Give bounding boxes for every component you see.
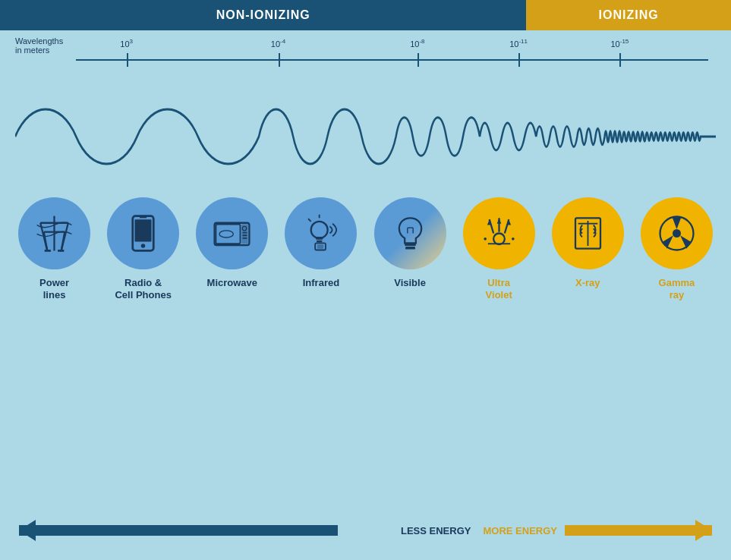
icon-circle-radio-cell: [107, 197, 179, 269]
tick-label-4: 10-11: [509, 38, 528, 49]
infrared-icon: [300, 212, 342, 254]
xray-label: X-ray: [575, 277, 600, 289]
icon-circle-power-lines: [18, 197, 90, 269]
tick-5: [619, 53, 621, 67]
infrared-label: Infrared: [303, 277, 339, 289]
less-energy-arrow: [19, 520, 338, 541]
non-ionizing-band: NON-IONIZING: [0, 0, 526, 30]
svg-rect-10: [135, 219, 152, 241]
ultraviolet-label: UltraViolet: [486, 277, 512, 300]
svg-point-20: [219, 231, 233, 238]
non-ionizing-label: NON-IONIZING: [216, 8, 310, 22]
visible-light-icon: [389, 212, 431, 254]
icon-item-visible: Visible: [371, 197, 449, 289]
svg-rect-19: [243, 238, 247, 239]
tick-1: [127, 53, 128, 67]
xray-icon: [567, 212, 609, 254]
icon-item-gamma: Gammaray: [638, 197, 716, 300]
microwave-label: Microwave: [207, 277, 257, 289]
less-energy-label: LESS ENERGY: [401, 525, 471, 536]
icon-circle-ultraviolet: [463, 197, 535, 269]
svg-rect-23: [317, 241, 322, 243]
tick-label-3: 10-8: [410, 38, 424, 49]
wavelength-scale: Wavelengths in meters 103 10-4 10-8 10-1…: [15, 30, 716, 91]
ultraviolet-icon: [478, 212, 520, 254]
icon-circle-microwave: [196, 197, 268, 269]
svg-rect-18: [243, 234, 247, 236]
svg-line-27: [308, 219, 311, 222]
icon-circle-xray: [552, 197, 624, 269]
ionizing-band: IONIZING: [526, 0, 731, 30]
tick-label-5: 10-15: [610, 38, 629, 49]
svg-point-40: [484, 238, 487, 241]
more-energy-label: MORE ENERGY: [483, 525, 557, 536]
tick-label-1: 103: [120, 38, 133, 49]
energy-arrows: LESS ENERGY MORE ENERGY: [0, 520, 731, 541]
svg-rect-25: [317, 244, 323, 249]
scale-line: [76, 59, 708, 61]
ionizing-label: IONIZING: [599, 8, 659, 22]
header-bar: NON-IONIZING IONIZING: [0, 0, 731, 30]
svg-point-11: [141, 244, 146, 248]
power-lines-label: Powerlines: [39, 277, 69, 300]
icon-item-radio-cell: Radio &Cell Phones: [104, 197, 182, 300]
power-lines-icon: [33, 212, 75, 254]
gamma-label: Gammaray: [659, 277, 695, 300]
visible-label: Visible: [394, 277, 426, 289]
svg-rect-17: [243, 232, 247, 234]
icon-item-infrared: Infrared: [282, 197, 360, 289]
tick-2: [279, 53, 280, 67]
svg-marker-37: [496, 218, 501, 223]
svg-point-21: [311, 222, 328, 238]
wave-svg: [15, 91, 716, 182]
microwave-icon: [211, 212, 253, 254]
wavelength-label: Wavelengths in meters: [15, 36, 63, 55]
tick-4: [518, 53, 520, 67]
gamma-icon: [656, 212, 698, 254]
energy-text-labels: LESS ENERGY MORE ENERGY: [393, 525, 565, 536]
icon-item-power-lines: Powerlines: [15, 197, 93, 300]
icon-item-xray: X-ray: [549, 197, 627, 289]
cell-phone-icon: [122, 212, 164, 254]
icon-circle-visible: [374, 197, 446, 269]
more-energy-arrow: [565, 520, 712, 541]
svg-point-41: [512, 238, 515, 241]
wave-diagram: [15, 91, 716, 182]
radio-cell-label: Radio &Cell Phones: [115, 277, 171, 300]
icon-circle-infrared: [285, 197, 357, 269]
icons-section: Powerlines Radio &Cell Phones: [0, 182, 731, 308]
svg-rect-22: [317, 237, 323, 240]
icon-item-microwave: Microwave: [193, 197, 271, 289]
svg-point-47: [673, 229, 681, 238]
svg-point-33: [493, 234, 505, 245]
icon-item-ultraviolet: UltraViolet: [460, 197, 538, 300]
icon-circle-gamma: [641, 197, 713, 269]
svg-rect-28: [405, 243, 416, 246]
tick-label-2: 10-4: [271, 38, 285, 49]
tick-3: [417, 53, 419, 67]
svg-rect-29: [405, 247, 415, 250]
